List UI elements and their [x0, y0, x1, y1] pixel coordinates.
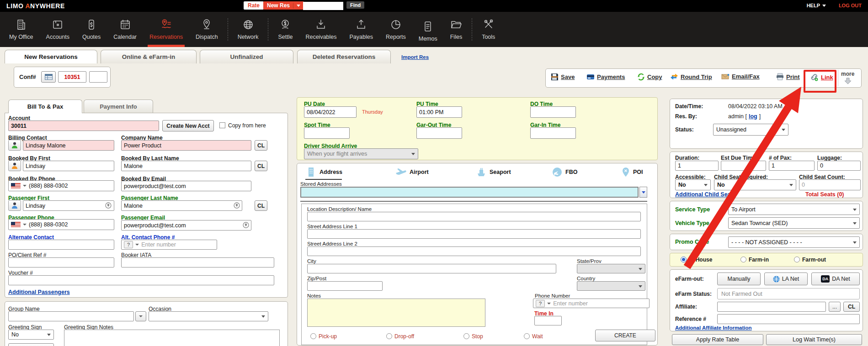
location-description-input[interactable] — [307, 212, 641, 221]
billing-contact-person-icon[interactable] — [8, 140, 21, 151]
apply-rate-table-button[interactable]: Apply Rate Table — [672, 334, 763, 345]
passenger-phone-input[interactable]: (888) 888-0302 — [8, 219, 114, 230]
logout-button[interactable]: LOG OUT — [839, 3, 862, 8]
alternate-contact-input[interactable] — [8, 240, 114, 250]
passenger-email-input[interactable] — [121, 220, 251, 231]
pickup-radio[interactable] — [310, 333, 316, 339]
partial-cutoff-control[interactable] — [8, 343, 54, 346]
help-menu[interactable]: HELP — [807, 3, 826, 8]
conf-number-input[interactable] — [58, 71, 86, 83]
po-client-ref-input[interactable] — [8, 257, 114, 267]
spot-time-input[interactable] — [304, 127, 350, 139]
stored-addresses-dropdown-button[interactable] — [639, 187, 647, 198]
alt-contact-phone-input[interactable]: ? Enter number — [121, 240, 217, 250]
chevron-down-icon[interactable] — [297, 5, 300, 7]
tab-seaport[interactable]: Seaport — [476, 167, 511, 177]
tab-address[interactable]: Address — [307, 167, 342, 177]
gar-in-time-input[interactable] — [530, 127, 576, 139]
voucher-input[interactable] — [8, 275, 274, 285]
promo-code-select[interactable]: - - - - NOT ASSIGNED - - - - — [728, 236, 860, 248]
save-button[interactable]: Save — [551, 73, 575, 81]
country-select[interactable] — [577, 281, 645, 291]
nav-dispatch[interactable]: Dispatch — [189, 12, 224, 47]
vehicle-type-select[interactable]: Sedan Towncar (SED) — [728, 217, 860, 229]
passenger-last-input[interactable] — [121, 200, 242, 211]
zip-post-input[interactable] — [307, 281, 383, 291]
group-name-input[interactable] — [8, 311, 134, 321]
occasion-select[interactable] — [149, 311, 268, 321]
booked-by-phone-input[interactable]: (888) 888-0302 — [8, 180, 114, 191]
payments-button[interactable]: Payments — [586, 73, 625, 80]
notes-textarea[interactable] — [307, 299, 485, 327]
nav-receivables[interactable]: Receivables — [299, 12, 343, 47]
driver-should-arrive-select[interactable]: When your flight arrives — [304, 148, 418, 159]
link-button[interactable]: Link — [810, 73, 833, 81]
nav-network[interactable]: Network — [231, 12, 265, 47]
nav-my-office[interactable]: My Office — [3, 12, 40, 47]
nav-reports[interactable]: Reports — [379, 12, 412, 47]
efarm-la-net-button[interactable]: LA Net — [764, 273, 808, 285]
nav-reservations[interactable]: Reservations — [143, 12, 189, 47]
booked-by-first-input[interactable] — [23, 161, 114, 171]
tab-fbo[interactable]: FBO — [552, 167, 577, 177]
farm-in-radio[interactable] — [740, 257, 746, 262]
efarm-da-net-button[interactable]: DA DA Net — [811, 273, 860, 285]
find-button[interactable]: Find — [346, 1, 364, 9]
nav-calendar[interactable]: Calendar — [107, 12, 143, 47]
cl-button[interactable]: CL — [843, 302, 860, 312]
booker-iata-input[interactable] — [121, 257, 274, 267]
booked-by-last-input[interactable] — [121, 161, 251, 171]
print-button[interactable]: Print — [776, 73, 800, 80]
tab-payment-info[interactable]: Payment Info — [84, 100, 153, 113]
farm-out-radio[interactable] — [794, 257, 800, 262]
cl-button[interactable]: CL — [255, 200, 267, 211]
child-seat-count-input[interactable] — [799, 179, 861, 190]
chevron-down-icon[interactable] — [135, 244, 139, 246]
passenger-first-input[interactable] — [23, 200, 114, 211]
gar-out-time-input[interactable] — [416, 127, 462, 139]
nav-quotes[interactable]: Quotes — [76, 12, 107, 47]
more-button[interactable]: more — [841, 71, 854, 84]
stored-addresses-input[interactable] — [300, 187, 639, 198]
passenger-person-icon[interactable] — [8, 200, 21, 211]
city-input[interactable] — [307, 264, 556, 273]
tab-poi[interactable]: POI — [622, 167, 643, 177]
nav-tools[interactable]: Tools — [475, 12, 501, 47]
country-code-box[interactable]: ? — [536, 300, 545, 307]
greeting-sign-select[interactable]: No — [8, 330, 54, 340]
nav-settle[interactable]: Settle — [272, 12, 299, 47]
log-wait-times-button[interactable]: Log Wait Time(s) — [766, 334, 862, 345]
group-name-dropdown-button[interactable] — [135, 311, 146, 321]
conf-suffix-input[interactable] — [89, 71, 107, 83]
booked-by-person-icon[interactable] — [8, 160, 21, 171]
copy-button[interactable]: Copy — [637, 73, 662, 81]
pax-input[interactable] — [769, 161, 815, 171]
nav-memos[interactable]: Memos — [412, 12, 444, 47]
additional-affiliate-information-link[interactable]: Additional Affiliate Information — [675, 325, 752, 330]
reference-input[interactable] — [717, 314, 860, 324]
status-select[interactable]: Unassigned — [713, 124, 788, 136]
pin-circle-icon[interactable] — [234, 202, 240, 209]
pin-circle-icon[interactable] — [105, 202, 112, 209]
street2-input[interactable] — [307, 246, 641, 256]
dropoff-radio[interactable] — [386, 333, 392, 339]
duration-input[interactable] — [675, 161, 719, 171]
accessible-select[interactable]: No — [675, 179, 711, 190]
new-res-button[interactable]: New Res — [263, 1, 304, 10]
street1-input[interactable] — [307, 229, 641, 239]
tab-unfinalized[interactable]: Unfinalized — [200, 50, 293, 63]
stop-radio[interactable] — [463, 333, 469, 339]
email-fax-button[interactable]: Email/Fax — [721, 73, 760, 80]
create-new-acct-button[interactable]: Create New Acct — [162, 120, 214, 131]
import-res-link[interactable]: Import Res — [401, 54, 429, 60]
conf-lookup-button[interactable] — [41, 71, 56, 83]
booked-by-email-input[interactable] — [121, 181, 251, 191]
pu-time-input[interactable] — [416, 106, 462, 118]
additional-passengers-link[interactable]: Additional Passengers — [8, 289, 70, 295]
est-due-time-input[interactable] — [721, 161, 766, 171]
nav-payables[interactable]: Payables — [343, 12, 379, 47]
tab-bill-to-pax[interactable]: Bill To & Pax — [8, 100, 82, 113]
state-prov-select[interactable] — [577, 264, 645, 273]
company-name-input[interactable] — [121, 140, 251, 151]
pin-circle-icon[interactable] — [243, 222, 249, 228]
